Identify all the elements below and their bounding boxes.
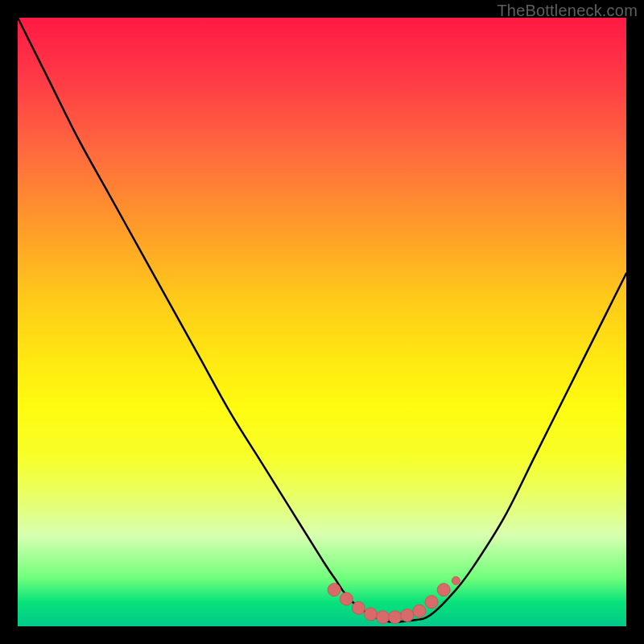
- optimal-marker-icon: [340, 592, 353, 605]
- optimal-marker-icon: [389, 611, 402, 624]
- optimal-marker-icon: [401, 609, 414, 621]
- optimal-marker-icon: [413, 605, 426, 617]
- chart-frame: TheBottleneck.com: [0, 0, 644, 644]
- optimal-zone-markers: [328, 584, 450, 624]
- curve-svg: [18, 18, 626, 626]
- zone-end-dot: [452, 576, 460, 584]
- optimal-marker-icon: [352, 601, 365, 614]
- optimal-marker-icon: [364, 608, 377, 621]
- optimal-marker-icon: [437, 584, 450, 597]
- watermark-label: TheBottleneck.com: [497, 2, 638, 20]
- optimal-marker-icon: [377, 611, 390, 624]
- bottleneck-curve: [18, 18, 626, 622]
- optimal-marker-icon: [425, 596, 438, 609]
- optimal-marker-icon: [328, 584, 341, 597]
- plot-area: [18, 18, 626, 626]
